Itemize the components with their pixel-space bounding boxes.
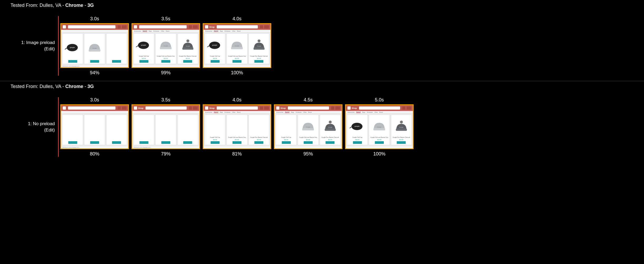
add-to-cart-button[interactable]: [161, 141, 170, 144]
search-input[interactable]: [359, 106, 400, 110]
shop-nav: AccessoriesApparelBagsDrinkwareOfficeBra…: [275, 111, 342, 114]
add-to-cart-button[interactable]: [397, 141, 406, 144]
add-to-cart-button[interactable]: [183, 60, 192, 63]
svg-rect-6: [160, 47, 172, 49]
nav-item[interactable]: Drinkware: [153, 30, 159, 32]
edit-link[interactable]: (Edit): [44, 127, 55, 133]
nav-item[interactable]: Brand: [379, 111, 383, 113]
nav-item[interactable]: Drinkware: [225, 111, 231, 113]
nav-item[interactable]: Accessories: [276, 111, 283, 113]
nav-item[interactable]: Drinkware: [225, 30, 231, 32]
add-to-cart-button[interactable]: [254, 141, 263, 144]
shop-logo-icon: [63, 25, 66, 28]
svg-rect-2: [89, 50, 100, 52]
add-to-cart-button[interactable]: [139, 141, 148, 144]
cart-icon[interactable]: [122, 106, 127, 110]
product-image: [64, 116, 82, 140]
cart-icon[interactable]: [335, 106, 340, 110]
nav-item[interactable]: Accessories: [205, 30, 212, 32]
search-button-icon[interactable]: [260, 25, 263, 28]
search-input[interactable]: [217, 25, 258, 28]
edit-link[interactable]: (Edit): [44, 46, 55, 52]
cart-icon[interactable]: [193, 106, 198, 110]
add-to-cart-button[interactable]: [112, 60, 121, 63]
search-input[interactable]: [139, 25, 187, 28]
cart-icon[interactable]: [122, 25, 127, 28]
nav-item[interactable]: Drinkware: [296, 111, 302, 113]
nav-item[interactable]: Office: [374, 111, 378, 113]
nav-item[interactable]: Office: [161, 30, 164, 32]
cart-icon[interactable]: [193, 25, 198, 28]
nav-item[interactable]: Accessories: [205, 111, 212, 113]
product-beanie-icon: Google: [85, 35, 104, 59]
nav-item[interactable]: Bags: [362, 111, 365, 113]
search-input[interactable]: [217, 106, 258, 110]
search-button-icon[interactable]: [189, 106, 192, 110]
cart-icon[interactable]: [406, 106, 411, 110]
frame-time-label: 3.0s: [90, 97, 99, 103]
nav-item[interactable]: Apparel: [214, 30, 218, 32]
nav-item[interactable]: Apparel: [143, 30, 147, 32]
search-input[interactable]: [68, 25, 115, 28]
search-input[interactable]: [68, 106, 115, 110]
product-image: [228, 116, 246, 136]
add-to-cart-button[interactable]: [375, 141, 384, 144]
search-input[interactable]: [288, 106, 329, 110]
filmstrip-thumbnail[interactable]: Shop AccessoriesApparelBagsDrinkwareOffi…: [274, 104, 342, 149]
product-beanie-icon: Google: [370, 116, 388, 136]
filmstrip-thumbnail[interactable]: AccessoriesApparelBagsDrinkwareOfficeBra…: [132, 23, 200, 68]
filmstrip-thumbnail[interactable]: Shop AccessoriesApparelBagsDrinkwareOffi…: [203, 104, 271, 149]
filmstrip-thumbnail[interactable]: Shop Waiting for cdn.shopapp.com..: [132, 104, 200, 149]
add-to-cart-button[interactable]: [254, 60, 263, 63]
filmstrip-thumbnail[interactable]: Shop AccessoriesApparelBagsDrinkwareOffi…: [203, 23, 271, 68]
nav-item[interactable]: Bags: [291, 111, 294, 113]
add-to-cart-button[interactable]: [161, 60, 170, 63]
search-input[interactable]: [146, 106, 187, 110]
nav-item[interactable]: Accessories: [134, 30, 141, 32]
nav-item[interactable]: Bags: [220, 111, 223, 113]
nav-item[interactable]: Drinkware: [367, 111, 373, 113]
add-to-cart-button[interactable]: [183, 141, 192, 144]
add-to-cart-button[interactable]: [353, 141, 362, 144]
search-button-icon[interactable]: [118, 106, 121, 110]
add-to-cart-button[interactable]: [90, 60, 99, 63]
product-image: Google: [157, 35, 175, 55]
nav-item[interactable]: Apparel: [356, 111, 361, 113]
svg-rect-9: [182, 47, 193, 50]
add-to-cart-button[interactable]: [68, 141, 77, 144]
filmstrip-thumbnail[interactable]: Waiting for cdn.shopapp.com...: [60, 104, 129, 149]
search-button-icon[interactable]: [402, 106, 405, 110]
add-to-cart-button[interactable]: [282, 141, 291, 144]
search-button-icon[interactable]: [260, 106, 263, 110]
nav-item[interactable]: Bags: [220, 30, 223, 32]
nav-item[interactable]: Brand: [166, 30, 169, 32]
nav-item[interactable]: Brand: [237, 111, 240, 113]
add-to-cart-button[interactable]: [68, 60, 77, 63]
nav-item[interactable]: Brand: [237, 30, 240, 32]
nav-item[interactable]: Office: [232, 111, 235, 113]
nav-item[interactable]: Apparel: [214, 111, 218, 113]
search-button-icon[interactable]: [189, 25, 192, 28]
add-to-cart-button[interactable]: [233, 60, 241, 63]
nav-item[interactable]: Office: [303, 111, 307, 113]
filmstrip-thumbnail[interactable]: Shop AccessoriesApparelBagsDrinkwareOffi…: [345, 104, 414, 149]
add-to-cart-button[interactable]: [139, 60, 148, 63]
add-to-cart-button[interactable]: [211, 141, 220, 144]
search-button-icon[interactable]: [118, 25, 121, 28]
add-to-cart-button[interactable]: [233, 141, 241, 144]
cart-icon[interactable]: [264, 25, 269, 28]
filmstrip-thumbnail[interactable]: google Google Waiting for cdn.shopapp.co…: [60, 23, 129, 68]
add-to-cart-button[interactable]: [326, 141, 335, 144]
nav-item[interactable]: Brand: [308, 111, 312, 113]
nav-item[interactable]: Office: [232, 30, 235, 32]
add-to-cart-button[interactable]: [211, 60, 220, 63]
add-to-cart-button[interactable]: [112, 141, 121, 144]
add-to-cart-button[interactable]: [304, 141, 313, 144]
nav-item[interactable]: Accessories: [347, 111, 355, 113]
svg-rect-25: [374, 128, 385, 130]
search-button-icon[interactable]: [331, 106, 334, 110]
add-to-cart-button[interactable]: [90, 141, 99, 144]
nav-item[interactable]: Apparel: [285, 111, 289, 113]
cart-icon[interactable]: [264, 106, 269, 110]
nav-item[interactable]: Bags: [149, 30, 152, 32]
